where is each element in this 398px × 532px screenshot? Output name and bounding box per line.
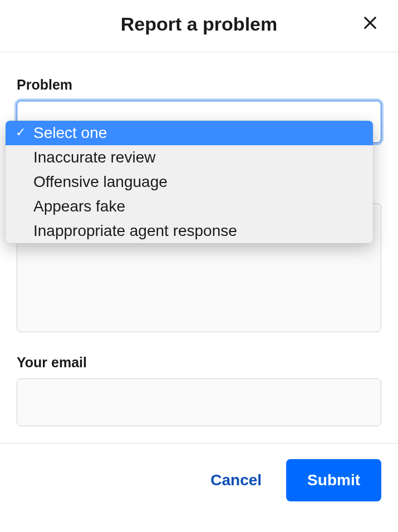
problem-label: Problem [17,77,381,93]
dialog-footer: Cancel Submit [0,443,398,501]
check-icon: ✓ [16,125,26,140]
problem-select-wrap: ✓ Select one Inaccurate review Offensive… [17,101,381,143]
dialog-header: Report a problem [0,0,398,52]
option-label: Appears fake [33,198,125,215]
email-field[interactable] [17,378,381,426]
problem-dropdown: ✓ Select one Inaccurate review Offensive… [6,121,373,243]
option-label: Offensive language [33,173,168,191]
email-field-group: Your email [17,354,381,426]
close-icon [362,15,378,32]
problem-option-inaccurate-review[interactable]: Inaccurate review [6,145,373,170]
problem-option-appears-fake[interactable]: Appears fake [6,194,373,219]
problem-field-group: Problem ✓ Select one Inaccurate review O… [17,77,381,143]
cancel-button[interactable]: Cancel [208,466,264,495]
option-label: Inappropriate agent response [33,222,237,240]
close-button[interactable] [359,12,381,35]
email-label: Your email [17,354,381,371]
problem-option-inappropriate-agent-response[interactable]: Inappropriate agent response [6,219,373,243]
report-problem-dialog: Report a problem Problem ✓ Select one [0,0,398,501]
option-label: Select one [33,124,107,142]
problem-option-offensive-language[interactable]: Offensive language [6,170,373,194]
problem-option-select-one[interactable]: ✓ Select one [6,121,373,145]
dialog-title: Report a problem [121,13,277,35]
submit-button[interactable]: Submit [286,459,381,501]
dialog-body: Problem ✓ Select one Inaccurate review O… [0,52,398,443]
option-label: Inaccurate review [33,149,155,166]
